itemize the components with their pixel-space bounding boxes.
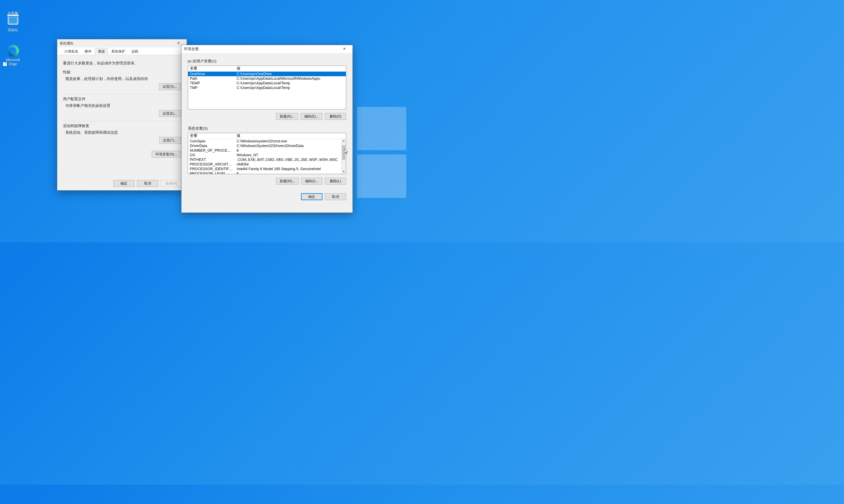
startup-group-desc: 系统启动、系统故障和调试信息	[65, 130, 181, 135]
desktop-icon-this-pc[interactable]: 此电脑	[3, 0, 23, 16]
list-item[interactable]: TMPC:\Users\pc\AppData\Local\Temp	[188, 86, 346, 90]
var-value: AMD64	[235, 162, 341, 167]
var-name: OS	[188, 153, 235, 157]
desktop-icon-recycle-bin[interactable]: 回收站	[3, 15, 23, 33]
startup-group-title: 启动和故障恢复	[63, 124, 181, 128]
var-name: ComSpec	[188, 139, 235, 144]
shortcut-arrow-icon: ↗	[3, 62, 7, 66]
tab-2[interactable]: 高级	[95, 48, 108, 55]
tab-1[interactable]: 硬件	[82, 48, 95, 55]
separator	[63, 94, 181, 94]
var-value: C:\Users\pc\AppData\Local\Temp	[235, 81, 346, 86]
col-variable[interactable]: 变量	[188, 66, 235, 71]
list-item[interactable]: PROCESSOR_ARCHITECTU...AMD64	[188, 162, 341, 167]
col-variable[interactable]: 变量	[188, 133, 235, 139]
profile-group-title: 用户配置文件	[63, 97, 181, 102]
list-item[interactable]: PROCESSOR_LEVEL6	[188, 171, 341, 174]
admin-note: 要进行大多数更改，你必须作为管理员登录。	[63, 61, 181, 66]
profile-settings-button[interactable]: 设置(E)...	[159, 110, 181, 117]
var-name: DriverData	[188, 144, 235, 148]
environment-variables-window: 环境变量 × pc 的用户变量(U) 变量 值 OneDriveC:\Users…	[181, 45, 353, 213]
cancel-button[interactable]: 取消	[325, 193, 346, 200]
var-name: Path	[188, 76, 235, 81]
list-item[interactable]: OneDriveC:\Users\pc\OneDrive	[188, 72, 346, 76]
desktop-icon-label: 回收站	[3, 28, 23, 33]
col-value[interactable]: 值	[235, 66, 346, 71]
startup-settings-button[interactable]: 设置(T)...	[159, 137, 181, 144]
var-value: Windows_NT	[235, 153, 341, 157]
col-value[interactable]: 值	[235, 133, 346, 139]
list-item[interactable]: ComSpecC:\Windows\system32\cmd.exe	[188, 139, 341, 144]
var-value: C:\Windows\System32\Drivers\DriverData	[235, 144, 341, 148]
ok-button[interactable]: 确定	[301, 193, 322, 200]
tab-strip: 计算机名硬件高级系统保护远程	[57, 47, 187, 55]
ok-button[interactable]: 确定	[113, 180, 135, 187]
close-button[interactable]: ×	[339, 46, 350, 53]
tab-0[interactable]: 计算机名	[61, 48, 82, 55]
sys-delete-button[interactable]: 删除(L)	[325, 178, 346, 184]
var-value: 6	[235, 171, 341, 174]
var-value: C:\Users\pc\AppData\Local\Microsoft\Wind…	[235, 76, 346, 81]
var-value: C:\Windows\system32\cmd.exe	[235, 139, 341, 144]
user-edit-button[interactable]: 编辑(E)...	[300, 113, 322, 120]
var-name: PROCESSOR_ARCHITECTU...	[188, 162, 235, 167]
list-item[interactable]: NUMBER_OF_PROCESSORS8	[188, 148, 341, 153]
var-value: 8	[235, 148, 341, 153]
user-delete-button[interactable]: 删除(D)	[325, 113, 346, 120]
list-item[interactable]: TEMPC:\Users\pc\AppData\Local\Temp	[188, 81, 346, 86]
perf-group-desc: 视觉效果，处理器计划，内存使用，以及虚拟内存	[65, 76, 181, 82]
separator	[63, 121, 181, 121]
user-new-button[interactable]: 新建(N)...	[276, 113, 298, 120]
edge-icon: ↗	[7, 45, 19, 57]
window-title: 系统属性	[59, 41, 173, 46]
var-name: NUMBER_OF_PROCESSORS	[188, 148, 235, 153]
list-header: 变量 值	[188, 133, 346, 139]
recycle-bin-icon	[7, 15, 19, 26]
list-item[interactable]: PathC:\Users\pc\AppData\Local\Microsoft\…	[188, 76, 346, 81]
var-name: TMP	[188, 86, 235, 90]
var-name: PROCESSOR_IDENTIFIER	[188, 167, 235, 171]
tab-panel-advanced: 要进行大多数更改，你必须作为管理员登录。 性能 视觉效果，处理器计划，内存使用，…	[57, 55, 187, 182]
var-name: TEMP	[188, 81, 235, 86]
scrollbar[interactable]: ▲ ▼	[341, 138, 346, 174]
list-item[interactable]: PATHEXT.COM;.EXE;.BAT;.CMD;.VBS;.VBE;.JS…	[188, 157, 341, 162]
var-name: OneDrive	[188, 72, 235, 76]
sys-edit-button[interactable]: 编辑(I)...	[301, 178, 322, 184]
var-name: PATHEXT	[188, 157, 235, 162]
mouse-cursor-icon	[345, 149, 349, 155]
apply-button[interactable]: 应用(A)	[161, 180, 182, 187]
perf-group-title: 性能	[63, 70, 181, 75]
sys-new-button[interactable]: 新建(W)...	[276, 178, 299, 184]
var-name: PROCESSOR_LEVEL	[188, 171, 235, 174]
list-item[interactable]: PROCESSOR_IDENTIFIERIntel64 Family 6 Mod…	[188, 167, 341, 171]
pc-icon	[7, 0, 19, 10]
var-value: C:\Users\pc\AppData\Local\Temp	[235, 86, 346, 90]
profile-group-desc: 与登录帐户相关的桌面设置	[65, 103, 181, 108]
sys-vars-label: 系统变量(S)	[188, 126, 346, 131]
tab-4[interactable]: 远程	[128, 48, 142, 55]
desktop-icon-edge[interactable]: ↗ Microsoft Edge	[3, 45, 23, 66]
cancel-button[interactable]: 取消	[137, 180, 158, 187]
tab-3[interactable]: 系统保护	[108, 48, 128, 55]
titlebar[interactable]: 环境变量 ×	[181, 45, 352, 53]
user-vars-label: pc 的用户变量(U)	[188, 59, 346, 64]
window-title: 环境变量	[184, 47, 339, 52]
system-properties-window: 系统属性 × 计算机名硬件高级系统保护远程 要进行大多数更改，你必须作为管理员登…	[57, 39, 187, 191]
titlebar[interactable]: 系统属性 ×	[57, 39, 187, 47]
list-item[interactable]: DriverDataC:\Windows\System32\Drivers\Dr…	[188, 144, 341, 148]
var-value: Intel64 Family 6 Model 165 Stepping 5, G…	[235, 167, 341, 171]
var-value: .COM;.EXE;.BAT;.CMD;.VBS;.VBE;.JS;.JSE;.…	[235, 157, 341, 162]
perf-settings-button[interactable]: 设置(S)...	[159, 83, 181, 90]
env-variables-button[interactable]: 环境变量(N)...	[152, 151, 181, 158]
scroll-down-icon[interactable]: ▼	[341, 169, 346, 174]
scroll-up-icon[interactable]: ▲	[341, 138, 346, 143]
system-variables-list[interactable]: 变量 值 ComSpecC:\Windows\system32\cmd.exeD…	[188, 133, 346, 174]
var-value: C:\Users\pc\OneDrive	[235, 72, 346, 76]
list-header: 变量 值	[188, 66, 346, 72]
list-item[interactable]: OSWindows_NT	[188, 153, 341, 157]
user-variables-list[interactable]: 变量 值 OneDriveC:\Users\pc\OneDrivePathC:\…	[188, 66, 346, 109]
